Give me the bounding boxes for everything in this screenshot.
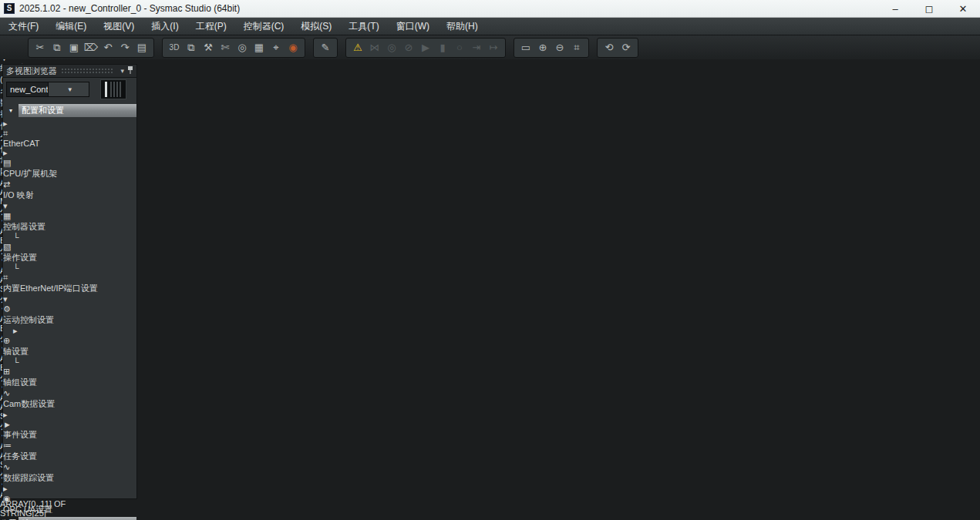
controller-selector[interactable]: new_Controller_0 ▼	[6, 82, 89, 97]
zoom-region-icon[interactable]: ▭	[518, 40, 534, 55]
tree-section-header[interactable]: ▾配置和设置	[3, 104, 136, 117]
step-over-icon[interactable]: ↦	[486, 40, 501, 55]
zoom-in-icon[interactable]: ⊕	[535, 40, 551, 55]
copy-icon[interactable]: ⧉	[49, 40, 65, 55]
toolbar-group: ✂⧉▣⌦↶↷▤	[28, 38, 154, 58]
table-row[interactable]: A_MES_Cell_Code_RcvARRAY[0..11] OF STRIN…	[0, 393, 980, 441]
chevron-down-icon[interactable]: ▼	[48, 82, 89, 96]
menu-item-0[interactable]: 文件(F)	[0, 18, 47, 35]
menu-item-9[interactable]: 帮助(H)	[438, 18, 487, 35]
tree-connector[interactable]: └	[13, 233, 136, 242]
tree-item-label: CPU/扩展机架	[3, 168, 136, 179]
monitor-icon[interactable]: ◎	[384, 40, 399, 55]
tree-connector[interactable]: └	[13, 357, 136, 367]
compare-icon[interactable]: ⋈	[367, 40, 382, 55]
sidebar-item-axis-settings[interactable]: ▸⊕轴设置	[3, 326, 136, 357]
delete-icon[interactable]: ⌦	[83, 40, 99, 55]
build-warning-icon[interactable]: ⚠	[350, 40, 365, 55]
3d-view-icon[interactable]: 3D	[167, 40, 182, 55]
program-mode-icon[interactable]: ▮	[435, 40, 450, 55]
motion-control-icon: ⚙	[3, 304, 136, 314]
chevron-right-icon[interactable]: ▸	[3, 119, 136, 129]
table-row[interactable]: A_MES_Cap_Code_InARRAY[0..11] OF STRING[…	[0, 266, 980, 314]
menu-item-6[interactable]: 模拟(S)	[292, 18, 340, 35]
chevron-right-icon[interactable]: ▸	[3, 148, 136, 158]
project-check-icon[interactable]: ✎	[318, 40, 333, 55]
axis-group-settings-icon: ⊞	[3, 367, 136, 377]
menu-item-2[interactable]: 视图(V)	[95, 18, 143, 35]
tree-connector[interactable]: └	[13, 263, 136, 273]
maximize-button[interactable]: ◻	[912, 0, 946, 17]
run-mode-icon[interactable]: ▶	[418, 40, 433, 55]
group-filter-select[interactable]: (没有组) ▼	[0, 74, 980, 86]
pin-icon[interactable]	[127, 66, 133, 75]
sidebar-item-event-settings[interactable]: ▸►事件设置	[3, 410, 136, 441]
menu-item-7[interactable]: 工具(T)	[340, 18, 387, 35]
sidebar-item-axis-group-settings[interactable]: └⊞轴组设置	[3, 357, 136, 388]
chevron-right-icon[interactable]: ▸	[3, 410, 136, 420]
close-button[interactable]: ✕	[946, 0, 980, 17]
paste-special-icon[interactable]: ▤	[134, 40, 150, 55]
tree-item-label: 操作设置	[3, 252, 136, 263]
tree-item-label: 轴组设置	[3, 377, 136, 388]
rotate-left-icon[interactable]: ⟲	[601, 40, 617, 55]
header-texture	[61, 68, 113, 74]
sidebar-item-io-map[interactable]: ⇄I/O 映射	[3, 179, 136, 201]
menu-item-1[interactable]: 编辑(E)	[47, 18, 95, 35]
table-row[interactable]: A_MES_HeartBOOL公开▼	[0, 226, 980, 266]
section-expand-icon[interactable]: ▾	[3, 107, 19, 114]
sidebar-item-cam-data[interactable]: ∿Cam数据设置	[3, 388, 136, 410]
zoom-out-icon[interactable]: ⊖	[552, 40, 567, 55]
menu-item-4[interactable]: 工程(P)	[187, 18, 235, 35]
rotate-right-icon[interactable]: ⟳	[618, 40, 634, 55]
table-row[interactable]: A_MES_Data_SendARRAY[0..11] OF MES_Data_…	[0, 178, 980, 226]
global-variables-editor: ▦全局变量✕▦内置EtherNet/IP端口设置▼ 组筛选器 (没有组) ▼ 名…	[0, 0, 980, 520]
sidebar-item-opc-ua[interactable]: ▸◉OPC UA设置	[3, 484, 136, 515]
search-all-icon[interactable]: ⌖	[268, 40, 284, 55]
sidebar-item-task-settings[interactable]: ≔任务设置	[3, 441, 136, 462]
table-row[interactable]: A_MES_Cell_Code_Get_RequestBOOL公开▼	[0, 314, 980, 354]
sidebar-item-operation-settings[interactable]: └▧操作设置	[3, 233, 136, 263]
sidebar-item-builtin-ethernet-port[interactable]: └⌗内置EtherNet/IP端口设置	[3, 263, 136, 294]
stop-monitor-icon[interactable]: ○	[452, 40, 467, 55]
monitor-off-icon[interactable]: ⊘	[401, 40, 416, 55]
step-in-icon[interactable]: ⇥	[469, 40, 484, 55]
chevron-right-icon[interactable]: ▸	[13, 326, 136, 336]
menu-item-8[interactable]: 窗口(W)	[388, 18, 438, 35]
menu-bar: 文件(F)编辑(E)视图(V)插入(I)工程(P)控制器(C)模拟(S)工具(T…	[0, 18, 980, 35]
tree-item-label: 事件设置	[3, 429, 136, 441]
menu-item-5[interactable]: 控制器(C)	[235, 18, 293, 35]
table-row[interactable]: A_MES_Cap_Code_BindARRAY[0..11] OF STRIN…	[0, 441, 980, 490]
minimize-button[interactable]: –	[878, 0, 912, 17]
cut-icon[interactable]: ✂	[32, 40, 48, 55]
sidebar-item-ethercat[interactable]: ▸⌗EtherCAT	[3, 119, 136, 148]
chevron-right-icon[interactable]: ▸	[3, 484, 136, 494]
menu-item-3[interactable]: 插入(I)	[143, 18, 187, 35]
paste-icon[interactable]: ▣	[66, 40, 82, 55]
redo-icon[interactable]: ↷	[117, 40, 133, 55]
rebuild-icon[interactable]: ✄	[217, 40, 233, 55]
operation-settings-icon: ▧	[3, 242, 136, 252]
undo-icon[interactable]: ↶	[100, 40, 116, 55]
table-header-row: 名称数据类型初始值分配到保持常量网络公开	[0, 86, 980, 178]
chevron-down-icon[interactable]: ▾	[3, 201, 136, 211]
watch-window-icon[interactable]: ◎	[234, 40, 250, 55]
chevron-down-icon[interactable]: ▾	[3, 294, 136, 304]
section-label: 配置和设置	[19, 104, 136, 117]
cam-data-icon: ∿	[3, 388, 136, 398]
cpu-rack-icon: ▤	[3, 158, 136, 168]
zoom-100-icon[interactable]: ⌗	[569, 40, 584, 55]
table-row[interactable]: A_MES_Cell_Code_Get_FinishBOOL公开▼	[0, 354, 980, 393]
abort-icon[interactable]: ◉	[285, 40, 301, 55]
build-icon[interactable]: ⚒	[200, 40, 216, 55]
sidebar-item-controller-setup[interactable]: ▾▦控制器设置	[3, 201, 136, 233]
toolbar-group: ▭⊕⊖⌗	[514, 38, 589, 58]
window-layout-icon[interactable]: ⧉	[184, 40, 199, 55]
io-table-icon[interactable]: ▦	[251, 40, 267, 55]
sidebar-item-motion-control[interactable]: ▾⚙运动控制设置	[3, 294, 136, 326]
sidebar-item-data-trace[interactable]: ∿数据跟踪设置	[3, 462, 136, 484]
table-row[interactable]: A_MES_Cell_Code_BindARRAY[0..11] OF STRI…	[0, 490, 980, 520]
sidebar-item-cpu-rack[interactable]: ▸▤CPU/扩展机架	[3, 148, 136, 179]
panel-menu-icon[interactable]: ▾	[120, 67, 124, 75]
tree-section-header[interactable]: ▾编程	[3, 517, 136, 520]
